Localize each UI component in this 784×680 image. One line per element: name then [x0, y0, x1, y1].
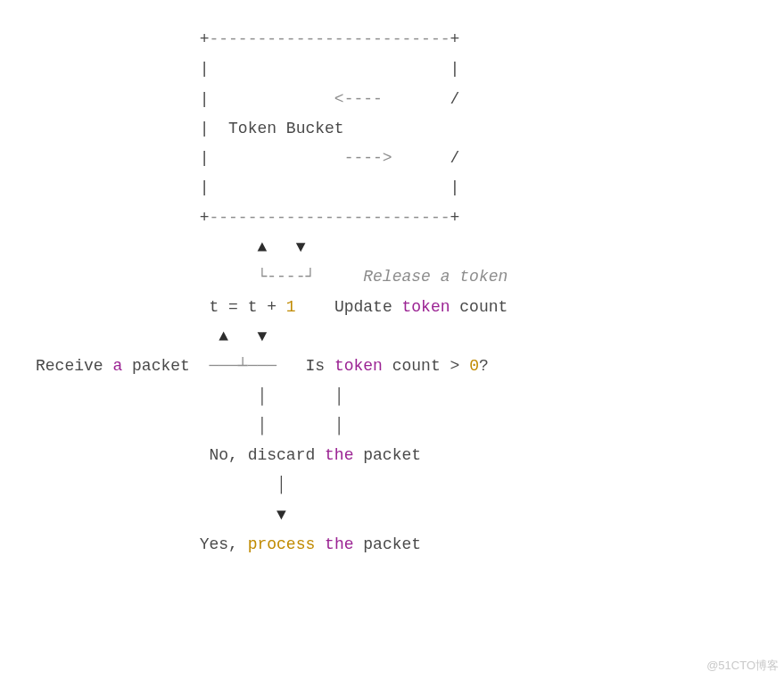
diagram-seg: process [248, 535, 316, 553]
diagram-seg: └----┘ [36, 268, 363, 286]
diagram-line: +-------------------------+ [36, 203, 508, 233]
diagram-seg: the [325, 535, 353, 553]
diagram-line: No, discard the packet [36, 441, 508, 470]
diagram-seg: | | [36, 178, 459, 196]
diagram-seg: token [334, 357, 383, 375]
diagram-seg: + [450, 209, 459, 227]
diagram-seg [315, 535, 325, 553]
diagram-line: | <---- / [36, 85, 508, 114]
diagram-seg: ▲ ▼ [36, 328, 267, 345]
diagram-seg: | Token Bucket [36, 120, 450, 137]
diagram-line: ▼ [36, 501, 508, 530]
diagram-seg: + [36, 209, 209, 227]
diagram-seg: Release a token [363, 268, 508, 286]
diagram-seg: │ │ [36, 417, 344, 435]
diagram-seg: a [112, 357, 122, 375]
diagram-seg: ------------------------- [209, 30, 450, 48]
diagram-seg: packet [353, 535, 421, 553]
diagram-seg: | [36, 90, 334, 108]
diagram-seg: ▼ [36, 506, 286, 524]
diagram-seg: t = t + [36, 298, 286, 316]
diagram-line: +-------------------------+ [36, 25, 508, 54]
diagram-seg: + [450, 30, 459, 48]
diagram-line: Yes, process the packet [36, 530, 508, 560]
diagram-line: t = t + 1 Update token count [36, 293, 508, 322]
diagram-seg: token [402, 298, 450, 316]
diagram-seg: + [36, 30, 209, 48]
diagram-seg: | | [36, 60, 459, 78]
diagram-line: | ----> / [36, 144, 508, 173]
diagram-seg: / [392, 149, 460, 167]
diagram-seg: <---- [334, 90, 383, 108]
diagram-seg: ------------------------- [209, 209, 450, 227]
diagram-seg: packet [122, 357, 209, 375]
diagram-seg: ───┴─── [209, 357, 276, 375]
ascii-diagram: +-------------------------+ | | | <---- … [36, 25, 508, 560]
diagram-seg: | [36, 149, 344, 167]
diagram-line: Receive a packet ───┴─── Is token count … [36, 352, 508, 381]
diagram-seg: No, discard [36, 446, 325, 464]
diagram-seg: 1 [286, 298, 296, 316]
diagram-line: │ │ [36, 411, 508, 441]
diagram-seg: 0 [469, 357, 479, 375]
diagram-seg: │ │ [36, 387, 344, 405]
diagram-seg: the [325, 446, 353, 464]
diagram-seg: Yes, [36, 535, 248, 553]
diagram-line: └----┘ Release a token [36, 262, 508, 292]
diagram-seg: / [383, 90, 459, 108]
diagram-line: ▲ ▼ [36, 322, 508, 352]
diagram-seg: packet [353, 446, 421, 464]
diagram-seg: Update [296, 298, 402, 316]
diagram-line: │ │ [36, 382, 508, 411]
diagram-seg: ----> [344, 149, 392, 167]
diagram-seg: Is [276, 357, 334, 375]
watermark: @51CTO博客 [706, 655, 779, 676]
diagram-seg: count > [383, 357, 469, 375]
diagram-line: ▲ ▼ [36, 233, 508, 262]
diagram-seg: Receive [36, 357, 112, 375]
diagram-line: | | [36, 173, 508, 203]
diagram-line: | Token Bucket [36, 114, 508, 144]
diagram-line: | | [36, 54, 508, 84]
diagram-line: │ [36, 470, 508, 500]
diagram-seg: ▲ ▼ [36, 238, 305, 256]
diagram-seg: ? [479, 357, 489, 375]
diagram-seg: │ [36, 476, 286, 493]
diagram-seg: count [450, 298, 508, 316]
